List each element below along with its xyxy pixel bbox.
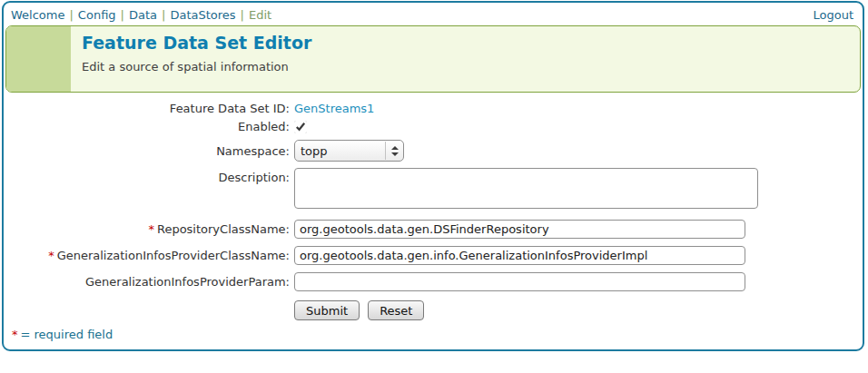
- repository-label: RepositoryClassName:: [157, 222, 290, 236]
- nav-current-edit: Edit: [249, 8, 271, 22]
- infos-provider-class-row: *GeneralizationInfosProviderClassName:: [4, 246, 863, 265]
- required-asterisk: *: [148, 222, 154, 236]
- nav-link-data[interactable]: Data: [129, 8, 157, 22]
- header-green-block: [6, 26, 71, 92]
- nav-separator: |: [69, 8, 73, 22]
- top-nav: Welcome | Config | Data | DataStores | E…: [4, 3, 863, 25]
- feature-id-row: Feature Data Set ID: GenStreams1: [4, 102, 863, 115]
- required-field-note: *= required field: [12, 328, 113, 341]
- feature-dataset-form: Feature Data Set ID: GenStreams1 Enabled…: [4, 102, 863, 320]
- description-label: Description:: [4, 168, 294, 184]
- infos-provider-param-label: GeneralizationInfosProviderParam:: [4, 275, 294, 289]
- feature-id-label: Feature Data Set ID:: [4, 102, 294, 115]
- breadcrumb: Welcome | Config | Data | DataStores | E…: [11, 8, 271, 22]
- required-field-note-text: = required field: [21, 328, 113, 341]
- submit-button[interactable]: Submit: [294, 300, 360, 320]
- infos-provider-param-input[interactable]: [294, 272, 745, 291]
- infos-provider-class-label-cell: *GeneralizationInfosProviderClassName:: [4, 249, 294, 262]
- nav-link-welcome[interactable]: Welcome: [11, 8, 64, 22]
- nav-link-datastores[interactable]: DataStores: [170, 8, 235, 22]
- header-text: Feature Data Set Editor Edit a source of…: [71, 26, 311, 92]
- infos-provider-param-row: GeneralizationInfosProviderParam:: [4, 272, 863, 291]
- page-container: Welcome | Config | Data | DataStores | E…: [2, 1, 864, 351]
- page-title: Feature Data Set Editor: [82, 33, 311, 53]
- logout-link[interactable]: Logout: [813, 8, 853, 22]
- nav-separator: |: [162, 8, 165, 22]
- infos-provider-class-label: GeneralizationInfosProviderClassName:: [57, 249, 290, 262]
- namespace-select-wrap: topp: [294, 140, 404, 162]
- namespace-select[interactable]: topp: [294, 140, 404, 162]
- namespace-row: Namespace: topp: [4, 140, 863, 162]
- nav-separator: |: [121, 8, 124, 22]
- required-asterisk: *: [48, 249, 54, 262]
- description-textarea[interactable]: [294, 168, 758, 209]
- page-subtitle: Edit a source of spatial information: [82, 60, 311, 74]
- description-row: Description:: [4, 168, 863, 209]
- enabled-row: Enabled:: [4, 120, 863, 133]
- namespace-label: Namespace:: [4, 144, 294, 158]
- form-buttons-row: Submit Reset: [4, 300, 863, 320]
- enabled-label: Enabled:: [4, 120, 294, 133]
- nav-separator: |: [241, 8, 244, 22]
- page-header-banner: Feature Data Set Editor Edit a source of…: [5, 25, 861, 93]
- reset-button[interactable]: Reset: [368, 300, 424, 320]
- nav-link-config[interactable]: Config: [78, 8, 116, 22]
- enabled-checkbox[interactable]: [294, 121, 307, 133]
- infos-provider-classname-input[interactable]: [294, 246, 745, 265]
- repository-row: *RepositoryClassName:: [4, 220, 863, 239]
- feature-id-value: GenStreams1: [294, 102, 374, 115]
- required-asterisk: *: [12, 328, 18, 341]
- repository-classname-input[interactable]: [294, 220, 745, 239]
- repository-label-cell: *RepositoryClassName:: [4, 222, 294, 236]
